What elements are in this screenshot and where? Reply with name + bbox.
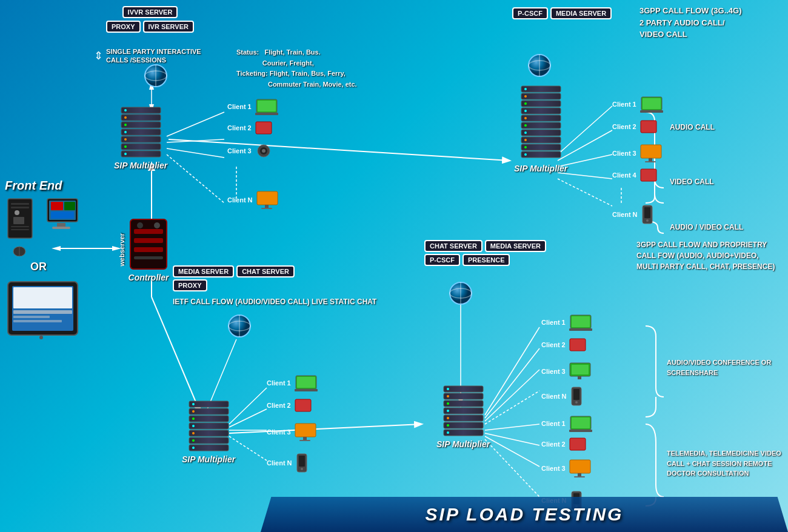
video-call-label: VIDEO CALL bbox=[670, 176, 714, 187]
mid-left-badges: MEDIA SERVER CHAT SERVER PROXY bbox=[173, 265, 295, 291]
svg-rect-42 bbox=[13, 217, 24, 224]
svg-rect-48 bbox=[64, 202, 75, 210]
conf-share-label: AUDIO/VIDEO CONFERENCE OR SCREENSHARE bbox=[667, 357, 788, 377]
svg-rect-164 bbox=[297, 377, 315, 388]
tablet-red-bl2 bbox=[295, 399, 312, 412]
svg-rect-128 bbox=[444, 386, 483, 392]
globe-bot-right bbox=[449, 281, 473, 308]
tablet-red-br-t2 bbox=[569, 338, 586, 351]
globe-icon-br bbox=[449, 281, 473, 305]
svg-rect-134 bbox=[444, 408, 483, 414]
svg-rect-159 bbox=[641, 169, 656, 181]
svg-line-26 bbox=[485, 439, 539, 497]
tablet-red-tr4 bbox=[640, 168, 657, 182]
svg-rect-149 bbox=[257, 191, 278, 205]
single-party-text: SINGLE PARTY INTERACTIVE CALLS /SESSIONS bbox=[106, 47, 215, 65]
monitor-orange-tr3 bbox=[640, 144, 662, 162]
svg-rect-157 bbox=[649, 158, 652, 161]
monitor-orange-br-b3 bbox=[569, 459, 591, 477]
status-info-text: Status: Flight, Train, Bus. Courier, Fre… bbox=[236, 47, 424, 90]
svg-rect-64 bbox=[134, 247, 163, 252]
svg-rect-186 bbox=[570, 438, 586, 450]
tablet-icon bbox=[5, 279, 81, 339]
svg-rect-158 bbox=[645, 161, 656, 162]
svg-line-9 bbox=[169, 139, 509, 161]
svg-rect-156 bbox=[641, 145, 661, 158]
frontend-section: Front End bbox=[5, 179, 79, 259]
top-right-info-text: 3GPP CALL FLOW (3G..4G)2 PARTY AUDIO CAL… bbox=[639, 5, 785, 41]
svg-point-123 bbox=[192, 432, 195, 434]
telemedia-label: TELEMEDIA, TELEMEDICINE VIDEO CALL + CHA… bbox=[667, 448, 788, 479]
svg-rect-96 bbox=[521, 93, 561, 99]
single-party-label: ⇕ SINGLE PARTY INTERACTIVE CALLS /SESSIO… bbox=[94, 47, 215, 65]
phone-br-top-n bbox=[570, 387, 583, 406]
client-br-bot-1: Client 1 bbox=[541, 415, 592, 432]
pc-tower-icon bbox=[5, 196, 41, 244]
svg-rect-165 bbox=[295, 389, 318, 391]
sip-multiplier-br: SIP Multiplier bbox=[436, 385, 490, 449]
status-info-box: Status: Flight, Train, Bus. Courier, Fre… bbox=[236, 47, 424, 90]
svg-rect-143 bbox=[258, 101, 276, 111]
svg-point-103 bbox=[524, 117, 527, 119]
laptop-green-br-t1 bbox=[569, 314, 592, 331]
svg-line-16 bbox=[558, 173, 612, 179]
mid-right-top-badges: CHAT SERVER MEDIA SERVER P-CSCF PRESENCE bbox=[424, 240, 546, 266]
svg-rect-178 bbox=[572, 365, 589, 374]
svg-rect-132 bbox=[444, 401, 483, 407]
client-tl-n: Client N bbox=[227, 191, 278, 209]
globe-top-left bbox=[144, 64, 168, 90]
svg-rect-185 bbox=[569, 430, 592, 432]
svg-rect-154 bbox=[640, 110, 663, 113]
svg-point-121 bbox=[192, 425, 195, 427]
svg-point-91 bbox=[124, 145, 127, 148]
controller-tower-icon bbox=[128, 217, 169, 271]
chat-server-badge-mr: CHAT SERVER bbox=[424, 240, 482, 252]
client-br-top-1: Client 1 bbox=[541, 314, 592, 331]
svg-rect-116 bbox=[189, 408, 229, 414]
client-tr-2: Client 2 bbox=[612, 120, 657, 133]
svg-rect-80 bbox=[121, 107, 161, 113]
client-br-top-2: Client 2 bbox=[541, 338, 586, 351]
svg-rect-84 bbox=[121, 122, 161, 128]
svg-rect-110 bbox=[521, 144, 561, 150]
ietf-label: IETF CALL FLOW (AUDIO/VIDEO CALL) LIVE S… bbox=[173, 297, 379, 307]
svg-rect-169 bbox=[299, 440, 310, 441]
client-bl-1: Client 1 bbox=[267, 374, 318, 391]
svg-point-172 bbox=[301, 468, 303, 470]
svg-rect-82 bbox=[121, 115, 161, 121]
svg-point-119 bbox=[192, 417, 195, 420]
svg-rect-94 bbox=[521, 86, 561, 92]
svg-point-66 bbox=[154, 222, 160, 228]
or-label: OR bbox=[30, 261, 47, 273]
laptop-green-tr1 bbox=[640, 96, 663, 113]
svg-rect-187 bbox=[570, 460, 590, 473]
svg-point-60 bbox=[39, 336, 43, 339]
svg-rect-184 bbox=[572, 417, 590, 428]
tablet-red-tl2 bbox=[255, 121, 272, 135]
audio-video-call-label: AUDIO / VIDEO CALL bbox=[670, 221, 743, 232]
svg-rect-98 bbox=[521, 101, 561, 107]
svg-rect-168 bbox=[303, 437, 307, 440]
svg-rect-112 bbox=[521, 151, 561, 158]
mid-right-info-text: 3GPP CALL FLOW AND PROPRIETRYCALL FOW (A… bbox=[636, 239, 785, 272]
server-rack-tr bbox=[518, 85, 564, 164]
svg-line-12 bbox=[152, 297, 200, 412]
svg-point-115 bbox=[192, 403, 195, 405]
media-server-badge-mr: MEDIA SERVER bbox=[485, 240, 546, 252]
client-tr-3: Client 3 bbox=[612, 144, 662, 162]
svg-rect-179 bbox=[578, 376, 581, 379]
globe-icon-tl bbox=[144, 64, 168, 88]
svg-point-182 bbox=[575, 401, 578, 404]
svg-point-139 bbox=[447, 424, 449, 427]
svg-point-81 bbox=[124, 109, 127, 111]
svg-rect-92 bbox=[121, 151, 161, 157]
top-right-info: 3GPP CALL FLOW (3G..4G)2 PARTY AUDIO CAL… bbox=[639, 5, 785, 41]
svg-rect-181 bbox=[573, 389, 579, 400]
client-bl-3: Client 3 bbox=[267, 423, 316, 441]
proxy-badge-tl: PROXY bbox=[106, 21, 141, 33]
svg-rect-189 bbox=[574, 476, 585, 477]
client-tl-2: Client 2 bbox=[227, 121, 272, 135]
svg-line-17 bbox=[558, 179, 612, 206]
pcscf-badge-mr: P-CSCF bbox=[424, 254, 460, 266]
svg-rect-145 bbox=[256, 122, 272, 134]
